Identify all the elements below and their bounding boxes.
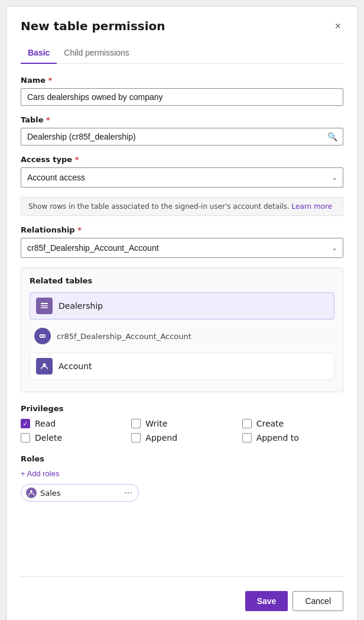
name-group: Name (21, 76, 343, 106)
read-label: Read (35, 419, 56, 428)
role-options-button[interactable]: ⋯ (124, 488, 132, 498)
relationship-select-wrapper: cr85f_Dealership_Account_Account ⌄ (21, 238, 343, 258)
add-roles-button[interactable]: + Add roles (21, 469, 59, 478)
append-checkbox[interactable] (131, 433, 141, 443)
table-search-wrapper: 🔍 (21, 128, 343, 146)
footer-divider (21, 576, 343, 577)
modal-container: New table permission × Basic Child permi… (6, 6, 358, 620)
relationship-label: Relationship (21, 225, 343, 234)
create-checkbox[interactable] (242, 419, 252, 428)
privileges-title: Privileges (21, 404, 343, 413)
info-box: Show rows in the table associated to the… (21, 197, 343, 216)
privileges-grid: Read Write Create Delete Append (21, 419, 343, 443)
list-item: cr85f_Dealership_Account_Account (30, 323, 334, 349)
link-label: cr85f_Dealership_Account_Account (57, 332, 191, 341)
list-item: Account (30, 353, 334, 380)
person-icon (36, 358, 53, 374)
dealership-label: Dealership (58, 301, 103, 311)
privilege-write[interactable]: Write (131, 419, 232, 428)
access-type-select[interactable]: Account access Contact access Self Globa… (21, 167, 343, 188)
role-tag-sales: Sales ⋯ (21, 484, 139, 502)
write-label: Write (145, 419, 167, 428)
account-label: Account (58, 361, 92, 371)
create-label: Create (256, 419, 284, 428)
save-button[interactable]: Save (245, 591, 288, 611)
table-icon (36, 298, 53, 314)
read-checkbox[interactable] (21, 419, 30, 428)
access-type-group: Access type Account access Contact acces… (21, 155, 343, 188)
related-tables-section: Related tables Dealership cr85f (21, 267, 343, 392)
append-to-label: Append to (256, 433, 299, 443)
role-icon (26, 487, 37, 498)
delete-label: Delete (35, 433, 62, 443)
relationship-group: Relationship cr85f_Dealership_Account_Ac… (21, 225, 343, 258)
svg-rect-2 (41, 308, 48, 309)
table-group: Table 🔍 (21, 115, 343, 146)
name-input[interactable] (21, 88, 343, 106)
tabs-container: Basic Child permissions (21, 43, 343, 64)
svg-point-6 (43, 363, 46, 366)
list-item: Dealership (30, 292, 334, 319)
name-label: Name (21, 76, 343, 85)
info-text: Show rows in the table associated to the… (28, 202, 290, 211)
svg-rect-0 (41, 303, 48, 304)
privilege-append[interactable]: Append (131, 433, 232, 443)
privilege-append-to[interactable]: Append to (242, 433, 343, 443)
role-tag-inner: Sales (26, 487, 61, 498)
modal-title: New table permission (21, 19, 165, 33)
learn-more-link[interactable]: Learn more (292, 202, 332, 211)
footer-actions: Save Cancel (21, 591, 343, 611)
privilege-delete[interactable]: Delete (21, 433, 122, 443)
privilege-create[interactable]: Create (242, 419, 343, 428)
role-label: Sales (40, 489, 61, 498)
search-icon: 🔍 (327, 132, 337, 141)
roles-section: Roles + Add roles Sales ⋯ (21, 454, 343, 502)
svg-rect-1 (41, 305, 48, 306)
write-checkbox[interactable] (131, 419, 141, 428)
cancel-button[interactable]: Cancel (292, 591, 343, 611)
tab-child-permissions[interactable]: Child permissions (57, 43, 136, 63)
append-to-checkbox[interactable] (242, 433, 252, 443)
related-tables-title: Related tables (30, 276, 334, 285)
table-label: Table (21, 115, 343, 124)
access-type-select-wrapper: Account access Contact access Self Globa… (21, 167, 343, 188)
roles-title: Roles (21, 454, 343, 463)
link-icon (34, 328, 51, 344)
delete-checkbox[interactable] (21, 433, 30, 443)
access-type-label: Access type (21, 155, 343, 164)
svg-point-7 (30, 490, 32, 493)
privilege-read[interactable]: Read (21, 419, 122, 428)
relationship-select[interactable]: cr85f_Dealership_Account_Account (21, 238, 343, 258)
modal-header: New table permission × (21, 18, 343, 34)
tab-basic[interactable]: Basic (21, 43, 57, 63)
table-input[interactable] (21, 128, 343, 146)
privileges-section: Privileges Read Write Create Delete (21, 404, 343, 443)
append-label: Append (145, 433, 177, 443)
close-button[interactable]: × (332, 18, 343, 34)
